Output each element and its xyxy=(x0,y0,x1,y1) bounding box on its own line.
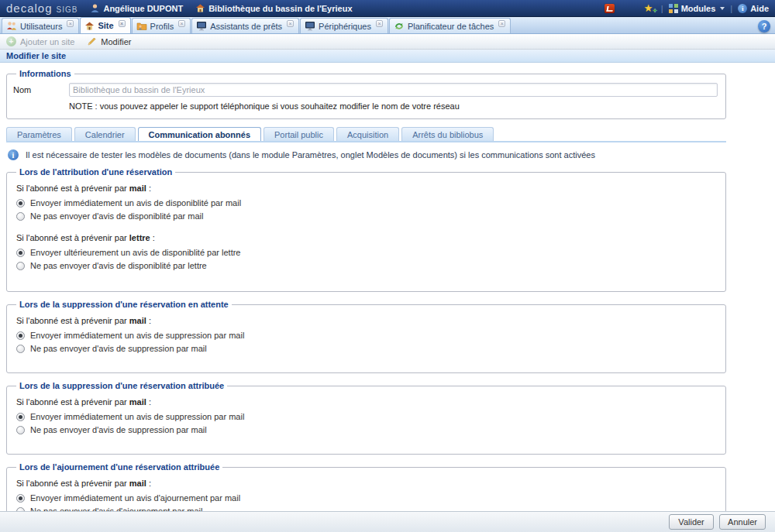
radio-option[interactable]: Ne pas envoyer d'avis de suppression par… xyxy=(16,344,719,353)
prompt-prefix: Si l'abonné est à prévenir par xyxy=(16,316,129,325)
info-banner: i Il est nécessaire de tester les modèle… xyxy=(8,149,726,160)
radio-button-checked[interactable] xyxy=(16,331,25,340)
users-icon xyxy=(6,21,17,31)
app-window: decalog SIGB Angélique DUPONT Bibliothèq… xyxy=(0,0,775,532)
radio-label: Ne pas envoyer d'avis de disponiblité pa… xyxy=(30,261,207,270)
tab-label: Profils xyxy=(150,22,174,31)
radio-label: Envoyer immédiatement un avis d'ajournem… xyxy=(30,493,240,503)
radio-button[interactable] xyxy=(16,212,25,221)
help-label: Aide xyxy=(750,4,769,13)
monitor-icon xyxy=(305,21,315,31)
radio-option[interactable]: Envoyer immédiatement un avis d'ajournem… xyxy=(16,493,719,503)
topbar-right-group: ★ + | Modules | i Aide xyxy=(604,3,769,14)
prompt-channel: lettre xyxy=(129,233,150,242)
tab-profils[interactable]: Profils × xyxy=(132,18,191,33)
prompt-suffix: : xyxy=(146,479,151,488)
notify-prompt: Si l'abonné est à prévenir par mail : xyxy=(16,316,719,325)
radio-button[interactable] xyxy=(16,262,25,270)
tab-site[interactable]: Site × xyxy=(80,17,130,33)
section-padding xyxy=(13,438,719,448)
add-site-button[interactable]: + Ajouter un site xyxy=(6,36,74,46)
radio-option[interactable]: Envoyer immédiatement un avis de suppres… xyxy=(16,331,719,340)
tab-close-icon[interactable]: × xyxy=(67,20,74,27)
tab-planificateur-de-taches[interactable]: Planificateur de tâches × xyxy=(389,18,511,33)
prompt-channel: mail xyxy=(129,397,146,407)
profiles-folder-icon xyxy=(136,21,147,31)
info-banner-text: Il est nécessaire de tester les modèles … xyxy=(26,150,595,160)
validate-button[interactable]: Valider xyxy=(669,514,714,530)
help-menu-button[interactable]: i Aide xyxy=(738,4,769,13)
tab-label: Assistants de prêts xyxy=(210,22,282,31)
tab-assistants-de-prets[interactable]: Assistants de prêts × xyxy=(191,18,299,33)
tab-close-icon[interactable]: × xyxy=(119,20,126,27)
radio-option[interactable]: Ne pas envoyer d'avis de disponiblité pa… xyxy=(16,261,719,270)
chevron-down-icon xyxy=(720,7,725,10)
radio-label: Ne pas envoyer d'avis de disponiblité pa… xyxy=(30,211,203,221)
notify-prompt: Si l'abonné est à prévenir par mail : xyxy=(16,184,719,193)
tab-portail-public[interactable]: Portail public xyxy=(264,127,334,141)
modules-menu-button[interactable]: Modules xyxy=(669,4,725,13)
radio-label: Envoyer immédiatement un avis de disponi… xyxy=(30,198,241,208)
section-suppression-attente: Lors de la suppression d'une réservation… xyxy=(6,300,726,373)
tab-close-icon[interactable]: × xyxy=(287,20,294,27)
radio-option[interactable]: Envoyer immédiatement un avis de suppres… xyxy=(16,412,719,421)
edit-button[interactable]: Modifier xyxy=(87,36,131,46)
radio-button-checked[interactable] xyxy=(16,199,25,208)
prompt-prefix: Si l'abonné est à prévenir par xyxy=(16,184,129,193)
section-legend: Lors de la suppression d'une réservation… xyxy=(16,300,232,309)
module-tab-bar: Utilisateurs × Site × Profils × Assistan… xyxy=(0,17,775,34)
site-name-input[interactable] xyxy=(69,83,718,97)
radio-option[interactable]: Envoyer ultérieurement un avis de dispon… xyxy=(16,248,719,257)
tab-close-icon[interactable]: × xyxy=(178,20,185,27)
edit-label: Modifier xyxy=(101,37,131,46)
page-title: Modifier le site xyxy=(0,50,775,63)
prompt-suffix: : xyxy=(150,233,155,242)
add-site-label: Ajouter un site xyxy=(20,37,74,46)
home-icon xyxy=(195,3,205,13)
scheduler-icon xyxy=(394,21,405,31)
name-note: NOTE : vous pouvez appeler le support té… xyxy=(69,101,719,111)
tab-parametres[interactable]: Paramètres xyxy=(6,127,72,141)
settings-tab-bar: Paramètres Calendrier Communication abon… xyxy=(6,127,726,142)
prompt-suffix: : xyxy=(146,397,151,407)
prompt-prefix: Si l'abonné est à prévenir par xyxy=(16,479,129,488)
separator: | xyxy=(661,4,663,13)
name-row: Nom xyxy=(13,83,719,97)
tab-close-icon[interactable]: × xyxy=(376,20,383,27)
radio-button-checked[interactable] xyxy=(16,249,25,257)
prompt-channel: mail xyxy=(129,479,146,488)
tab-communication-abonnes[interactable]: Communication abonnés xyxy=(138,127,261,141)
sigb-label: SIGB xyxy=(57,5,78,14)
radio-label: Ne pas envoyer d'avis de suppression par… xyxy=(30,425,207,434)
tab-utilisateurs[interactable]: Utilisateurs × xyxy=(2,18,79,33)
radio-option[interactable]: Ne pas envoyer d'avis de suppression par… xyxy=(16,425,719,434)
current-user[interactable]: Angélique DUPONT xyxy=(90,3,183,13)
footer-bar: Valider Annuler xyxy=(0,511,775,532)
tab-acquisition[interactable]: Acquisition xyxy=(336,127,399,141)
radio-button[interactable] xyxy=(16,426,25,434)
section-padding xyxy=(13,274,719,285)
monitor-icon xyxy=(196,21,207,31)
tab-close-icon[interactable]: × xyxy=(498,20,505,27)
cancel-button[interactable]: Annuler xyxy=(719,514,766,530)
current-library[interactable]: Bibliothèque du bassin de l'Eyrieux xyxy=(195,3,352,13)
tab-peripheriques[interactable]: Périphériques × xyxy=(300,18,388,33)
radio-option[interactable]: Ne pas envoyer d'avis de disponiblité pa… xyxy=(16,211,719,221)
radio-button-checked[interactable] xyxy=(16,494,25,503)
prompt-prefix: Si l'abonné est à prévenir par xyxy=(16,233,129,242)
tab-calendrier[interactable]: Calendrier xyxy=(74,127,136,141)
notify-prompt: Si l'abonné est à prévenir par mail : xyxy=(16,479,719,488)
notification-icon[interactable] xyxy=(604,4,615,13)
radio-button-checked[interactable] xyxy=(16,413,25,421)
radio-option[interactable]: Envoyer immédiatement un avis de disponi… xyxy=(16,198,719,208)
notify-prompt: Si l'abonné est à prévenir par mail : xyxy=(16,397,719,407)
radio-button[interactable] xyxy=(16,345,25,353)
info-icon: i xyxy=(8,149,19,160)
help-circle-button[interactable]: ? xyxy=(758,20,770,33)
tab-arrets-du-bibliobus[interactable]: Arrêts du bibliobus xyxy=(401,127,494,141)
prompt-suffix: : xyxy=(146,184,151,193)
tab-label: Site xyxy=(98,21,113,30)
favorites-add-icon[interactable]: ★ + xyxy=(644,3,656,14)
prompt-channel: mail xyxy=(129,184,146,193)
user-icon xyxy=(90,3,100,13)
